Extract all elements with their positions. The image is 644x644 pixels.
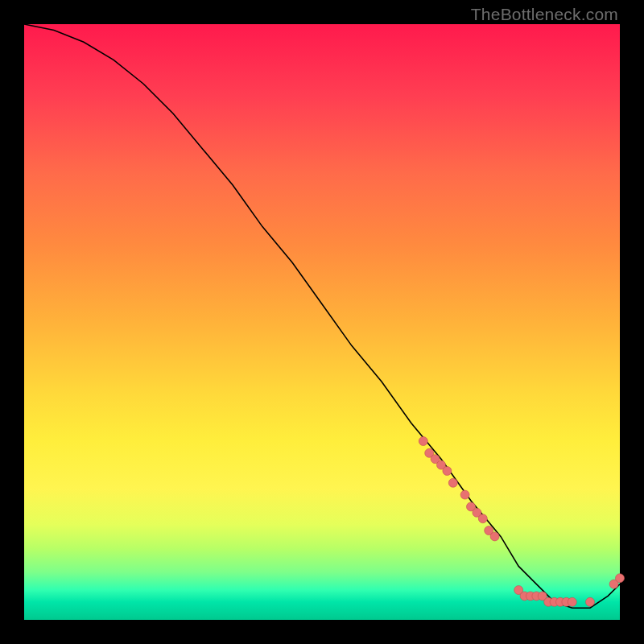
chart-frame [24,24,620,620]
marker-dot [616,574,625,583]
marker-dots-group [419,437,624,607]
marker-dot [443,467,452,476]
marker-dot [478,514,487,523]
marker-dot [568,597,576,606]
marker-dot [460,490,469,499]
bottleneck-curve-line [24,24,620,608]
marker-dot [419,437,427,446]
attribution-label: TheBottleneck.com [471,5,618,24]
marker-dot [448,478,457,487]
chart-svg [24,24,620,620]
marker-dot [490,532,499,541]
marker-dot [586,597,595,606]
